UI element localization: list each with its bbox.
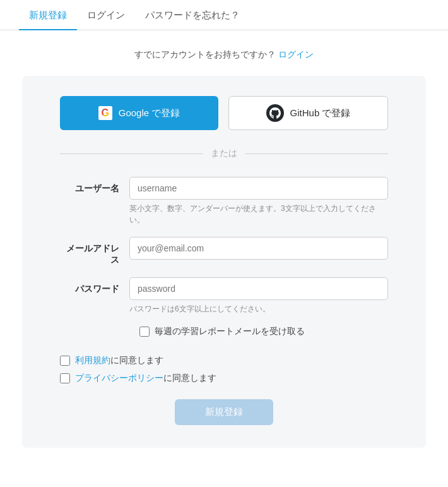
- submit-button[interactable]: 新規登録: [175, 399, 273, 425]
- google-g-letter: G: [101, 107, 109, 119]
- weekly-report-row: 毎週の学習レポートメールを受け取る: [139, 326, 388, 337]
- email-field-group: [129, 237, 388, 260]
- email-row: メールアドレス: [60, 237, 388, 266]
- username-field-group: 英小文字、数字、アンダーバーが使えます。3文字以上で入力してください。: [129, 177, 388, 225]
- username-label: ユーザー名: [60, 177, 129, 195]
- github-signup-button[interactable]: GitHub で登録: [228, 96, 388, 130]
- divider-right-line: [245, 153, 388, 154]
- divider-text: または: [211, 148, 237, 159]
- password-hint: パスワードは6文字以上にしてください。: [129, 303, 388, 315]
- password-label: パスワード: [60, 277, 129, 295]
- terms-checkbox[interactable]: [60, 356, 70, 366]
- divider-left-line: [60, 153, 203, 154]
- terms-section: 利用規約に同意します プライバシーポリシーに同意します: [60, 355, 388, 384]
- terms-post-text-1: に同意します: [110, 355, 163, 365]
- social-buttons: G Google で登録 GitHub で登録: [60, 96, 388, 130]
- already-account-row: すでにアカウントをお持ちですか？ ログイン: [22, 49, 426, 61]
- terms-row-2: プライバシーポリシーに同意します: [60, 373, 388, 384]
- weekly-report-checkbox[interactable]: [139, 327, 150, 337]
- email-label: メールアドレス: [60, 237, 129, 266]
- terms-text-1: 利用規約に同意します: [75, 355, 163, 366]
- password-field-group: パスワードは6文字以上にしてください。: [129, 277, 388, 315]
- privacy-text: プライバシーポリシーに同意します: [75, 373, 216, 384]
- terms-link[interactable]: 利用規約: [75, 355, 110, 365]
- tab-login[interactable]: ログイン: [77, 2, 135, 30]
- divider: または: [60, 148, 388, 159]
- email-input[interactable]: [129, 237, 388, 260]
- github-icon: [266, 104, 284, 122]
- google-signup-button[interactable]: G Google で登録: [60, 96, 218, 130]
- tab-forgot-password[interactable]: パスワードを忘れた？: [135, 2, 250, 30]
- username-row: ユーザー名 英小文字、数字、アンダーバーが使えます。3文字以上で入力してください…: [60, 177, 388, 225]
- weekly-report-label: 毎週の学習レポートメールを受け取る: [155, 326, 305, 337]
- password-input[interactable]: [129, 277, 388, 300]
- form-card: G Google で登録 GitHub で登録 または ユーザー名: [22, 76, 426, 448]
- login-link[interactable]: ログイン: [278, 49, 314, 59]
- username-input[interactable]: [129, 177, 388, 200]
- already-account-text: すでにアカウントをお持ちですか？: [134, 49, 276, 59]
- terms-post-text-2: に同意します: [163, 373, 216, 383]
- tab-bar: 新規登録 ログイン パスワードを忘れた？: [0, 0, 448, 30]
- submit-section: 新規登録: [60, 399, 388, 425]
- username-hint: 英小文字、数字、アンダーバーが使えます。3文字以上で入力してください。: [129, 203, 388, 225]
- main-content: すでにアカウントをお持ちですか？ ログイン G Google で登録 GitHu…: [9, 30, 439, 467]
- terms-row-1: 利用規約に同意します: [60, 355, 388, 366]
- github-button-label: GitHub で登録: [290, 107, 351, 119]
- tab-signup[interactable]: 新規登録: [19, 2, 77, 30]
- google-icon: G: [98, 106, 112, 120]
- privacy-link[interactable]: プライバシーポリシー: [75, 373, 163, 383]
- privacy-checkbox[interactable]: [60, 373, 70, 383]
- password-row: パスワード パスワードは6文字以上にしてください。: [60, 277, 388, 315]
- google-button-label: Google で登録: [119, 107, 180, 119]
